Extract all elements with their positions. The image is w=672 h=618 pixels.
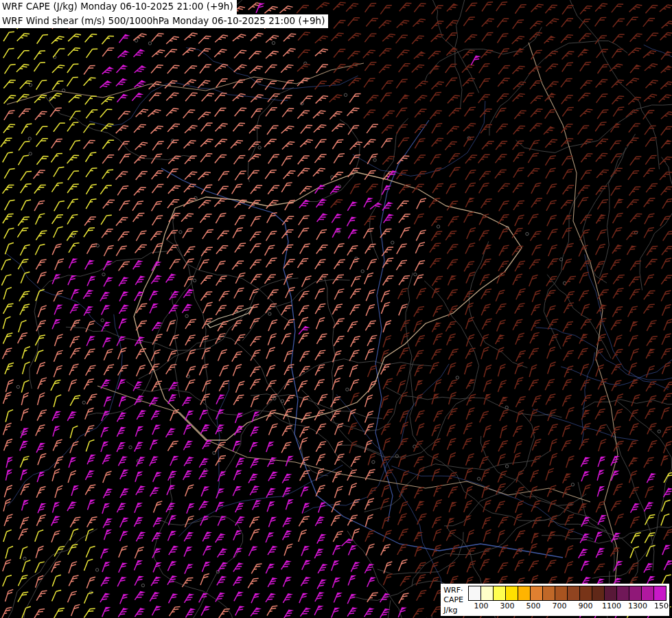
legend-tick-labels: 100300500700900110013001500: [468, 601, 667, 611]
legend-scale: 100300500700900110013001500: [468, 585, 667, 615]
legend-color-cell: [542, 586, 555, 601]
map-title-cape: WRF CAPE (J/kg) Monday 06-10-2025 21:00 …: [0, 0, 237, 14]
legend-tick: 700: [553, 602, 567, 610]
legend-color-cell: [555, 586, 568, 601]
legend-tick: 900: [579, 602, 593, 610]
legend-color-cell: [653, 586, 667, 601]
legend-color-cell: [616, 586, 629, 601]
map-title-block: WRF CAPE (J/kg) Monday 06-10-2025 21:00 …: [0, 0, 328, 28]
legend-tick: 500: [526, 602, 541, 610]
legend-color-cell: [518, 586, 531, 601]
legend-color-scale: [468, 586, 667, 601]
legend-tick: 1300: [628, 602, 647, 610]
legend-title-line3: J/kg: [443, 606, 463, 615]
cape-legend: WRF· CAPE J/kg 1003005007009001100130015…: [441, 584, 669, 616]
legend-tick: 1100: [602, 602, 621, 610]
legend-color-cell: [468, 586, 481, 601]
legend-tick: 1500: [654, 602, 672, 610]
legend-tick: 300: [500, 602, 515, 610]
map-title-windshear: WRF Wind shear (m/s) 500/1000hPa Monday …: [0, 14, 328, 29]
legend-tick: 100: [474, 602, 489, 610]
weather-map-stage: WRF CAPE (J/kg) Monday 06-10-2025 21:00 …: [0, 0, 672, 618]
legend-title: WRF· CAPE J/kg: [443, 585, 468, 615]
legend-color-cell: [480, 586, 494, 601]
legend-title-line1: WRF·: [443, 586, 463, 595]
legend-color-cell: [641, 586, 654, 601]
legend-color-cell: [592, 586, 605, 601]
legend-color-cell: [604, 586, 617, 601]
weather-map-canvas: [0, 0, 672, 618]
legend-color-cell: [493, 586, 506, 601]
legend-color-cell: [567, 586, 580, 601]
legend-color-cell: [530, 586, 543, 601]
legend-color-cell: [629, 586, 642, 601]
legend-title-line2: CAPE: [443, 595, 463, 605]
legend-color-cell: [505, 586, 518, 601]
legend-color-cell: [579, 586, 592, 601]
